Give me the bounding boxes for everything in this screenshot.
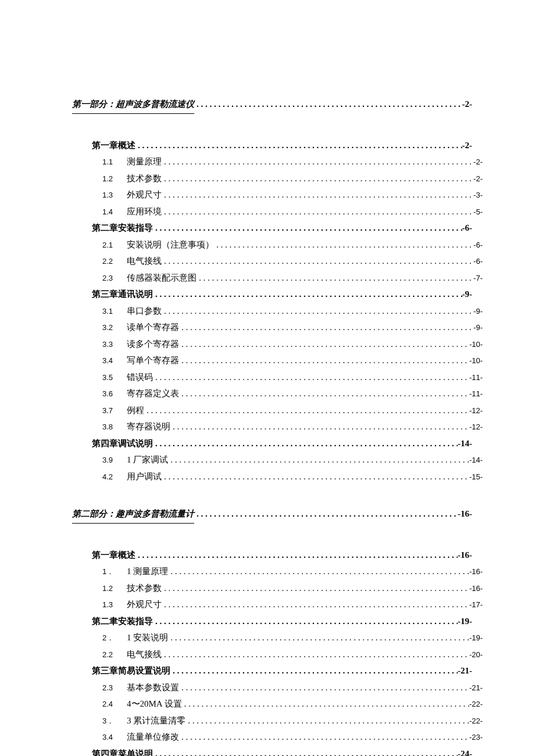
- toc-entry-number: 1.3: [102, 598, 127, 612]
- toc-entry-number: 2.2: [102, 648, 127, 662]
- part2-title: 第二部分：趣声波多普勒流量计: [72, 506, 194, 524]
- toc-entry-page: -9-: [473, 321, 483, 335]
- toc-sub-row: 4.2用户调试-15-: [92, 468, 483, 485]
- part2-entries: 第一章概述-16-1．1 测量原理-16-1.2技术参数-16-1.3外观尺寸-…: [72, 547, 472, 757]
- toc-sub-row: 1.3外观尺寸-17-: [92, 596, 483, 613]
- toc-entry-label: 3 累计流量清零: [127, 712, 186, 729]
- leader-dots: [170, 662, 458, 679]
- toc-entry-label: 技术参数: [127, 170, 162, 187]
- toc-sub-row: 1.2技术参数-16-: [92, 580, 483, 597]
- toc-entry-page: -10-: [469, 354, 483, 368]
- part2-page: -16-: [458, 506, 472, 522]
- leader-dots: [153, 746, 458, 757]
- toc-entry-page: -16-: [469, 565, 483, 579]
- toc-entry-number: 2.4: [102, 697, 127, 712]
- toc-entry-label: 错误码: [127, 369, 153, 386]
- toc-chapter-row: 第三章简易设置说明-21-: [92, 662, 472, 679]
- toc-entry-page: -6-: [473, 238, 483, 253]
- leader-dots: [168, 452, 469, 468]
- toc-entry-page: -11-: [469, 371, 483, 385]
- toc-sub-row: 1.2技术参数-2-: [92, 170, 483, 187]
- leader-dots: [162, 468, 469, 485]
- leader-dots: [162, 153, 473, 170]
- toc-entry-label: 第二章安装指导: [92, 220, 153, 237]
- toc-entry-label: 寄存器说明: [127, 418, 170, 435]
- toc-chapter-row: 第四章调试说明-14-: [92, 435, 472, 452]
- toc-entry-label: 外观尺寸: [127, 187, 162, 203]
- toc-sub-row: 2.2电气接线-20-: [92, 646, 483, 663]
- toc-entry-number: 2.2: [102, 255, 127, 269]
- toc-sub-row: 1.4应用环境-5-: [92, 203, 483, 220]
- leader-dots: [214, 237, 473, 253]
- toc-entry-page: -6-: [462, 220, 473, 237]
- toc-entry-number: 2.1: [102, 238, 127, 253]
- toc-entry-page: -22-: [469, 714, 483, 729]
- leader-dots: [179, 729, 469, 746]
- leader-dots: [153, 286, 462, 303]
- toc-sub-row: 3．3 累计流量清零-22-: [92, 712, 483, 729]
- toc-entry-number: 2．: [102, 631, 127, 646]
- toc-entry-label: 1 厂家调试: [127, 452, 168, 468]
- toc-entry-page: -10-: [469, 338, 483, 352]
- toc-entry-label: 电气接线: [127, 253, 162, 270]
- toc-chapter-row: 第三章通讯说明-9-: [92, 286, 472, 303]
- toc-entry-label: 安装说明（注意事项）: [127, 237, 214, 253]
- toc-entry-number: 2.3: [102, 271, 127, 286]
- leader-dots: [179, 336, 469, 353]
- toc-sub-row: 3.8寄存器说明-12-: [92, 418, 483, 435]
- toc-entry-number: 3.5: [102, 371, 127, 385]
- toc-entry-label: 第二聿安装指导: [92, 613, 153, 630]
- toc-entry-page: -15-: [469, 470, 483, 485]
- toc-entry-number: 3.9: [102, 453, 127, 468]
- toc-entry-label: 第四章菜单说明: [92, 746, 153, 757]
- toc-entry-label: 第三章简易设置说明: [92, 662, 170, 679]
- part1-heading: 第一部分：超声波多普勒流速仪 -2-: [72, 96, 472, 114]
- toc-entry-page: -5-: [473, 205, 483, 220]
- leader-dots: [168, 629, 469, 646]
- toc-entry-label: 应用环境: [127, 203, 162, 220]
- toc-entry-number: 1.3: [102, 188, 127, 203]
- toc-sub-row: 3.4写单个寄存器-10-: [92, 352, 483, 369]
- toc-entry-label: 1 安装说明: [127, 629, 168, 646]
- toc-entry-page: -14-: [458, 435, 472, 452]
- toc-sub-row: 2．1 安装说明-19-: [92, 629, 483, 646]
- toc-entry-number: 3.2: [102, 321, 127, 335]
- toc-entry-page: -6-: [473, 255, 483, 269]
- toc-entry-label: 串口参数: [127, 303, 162, 320]
- toc-entry-page: -11-: [469, 387, 483, 402]
- leader-dots: [179, 385, 469, 402]
- leader-dots: [168, 563, 469, 580]
- toc-entry-label: 传感器装配示意图: [127, 270, 197, 286]
- toc-sub-row: 2.2电气接线-6-: [92, 253, 483, 270]
- leader-dots: [153, 435, 458, 452]
- toc-sub-row: 3.5错误码-11-: [92, 369, 483, 386]
- toc-sub-row: 3.1串口参数-9-: [92, 303, 483, 320]
- leader-dots: [153, 613, 458, 630]
- toc-entry-label: 寄存器定义表: [127, 385, 179, 402]
- toc-entry-page: -19-: [469, 631, 483, 646]
- toc-entry-label: 第四章调试说明: [92, 435, 153, 452]
- toc-entry-label: 测量原理: [127, 153, 162, 170]
- leader-dots: [182, 696, 469, 712]
- toc-entry-page: -9-: [473, 304, 483, 319]
- toc-chapter-row: 第四章菜单说明-24-: [92, 746, 472, 757]
- leader-dots: [194, 96, 462, 113]
- toc-chapter-row: 第一章概述-16-: [92, 547, 472, 564]
- toc-sub-row: 1．1 测量原理-16-: [92, 563, 483, 580]
- toc-entry-page: -9-: [462, 286, 473, 303]
- toc-chapter-row: 第二章安装指导-6-: [92, 220, 472, 237]
- leader-dots: [162, 303, 473, 320]
- toc-entry-label: 读单个寄存器: [127, 319, 179, 336]
- toc-entry-number: 3．: [102, 714, 127, 729]
- toc-entry-page: -16-: [458, 547, 472, 564]
- toc-entry-number: 3.7: [102, 404, 127, 418]
- toc-entry-page: -21-: [458, 662, 472, 679]
- leader-dots: [179, 319, 473, 336]
- leader-dots: [162, 596, 469, 613]
- toc-entry-page: -14-: [469, 453, 483, 468]
- toc-entry-label: 读多个寄存器: [127, 336, 179, 353]
- toc-entry-label: 4〜20MA 设置: [127, 696, 182, 712]
- leader-dots: [179, 679, 469, 696]
- toc-entry-page: -12-: [469, 420, 483, 435]
- leader-dots: [197, 270, 473, 286]
